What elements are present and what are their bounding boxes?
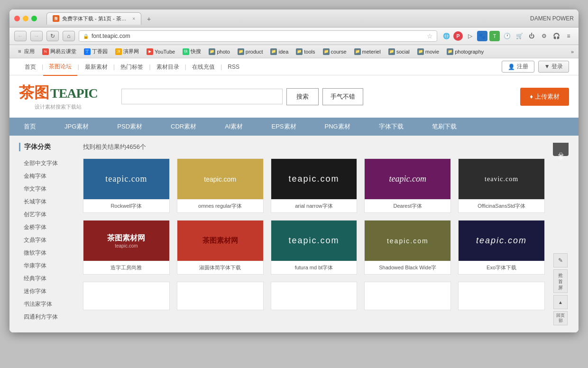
sidebar-item-changcheng[interactable]: 长城字体 xyxy=(19,195,76,208)
font-card-r3-4[interactable] xyxy=(364,282,451,310)
bookmark-movie[interactable]: 📁 movie xyxy=(415,47,441,56)
sidebar-item-huakang[interactable]: 华康字体 xyxy=(19,259,76,272)
font-card-rockwell[interactable]: teapic.com Rockwell字体 xyxy=(83,158,170,213)
nav-catalog[interactable]: 素材目录 xyxy=(151,58,185,75)
bookmark-product[interactable]: 📁 product xyxy=(236,47,265,56)
edit-tool-button[interactable]: ✎ xyxy=(553,253,568,267)
sidebar-item-jinqiao[interactable]: 金桥字体 xyxy=(19,221,76,234)
163-icon: N xyxy=(42,48,49,55)
top-tool-button[interactable]: ▲ xyxy=(553,295,568,309)
power-icon[interactable]: ⏻ xyxy=(526,31,537,41)
bookmark-idea[interactable]: 📁 idea xyxy=(268,47,290,56)
nav-jpg[interactable]: JPG素材 xyxy=(50,118,103,136)
clock-icon[interactable]: 🕐 xyxy=(502,31,512,41)
sidebar-item-jingdian[interactable]: 经典字体 xyxy=(19,272,76,285)
nav-home[interactable]: 首页 xyxy=(19,58,42,75)
font-card-dearest[interactable]: teapic.com Dearest字体 xyxy=(364,158,451,213)
font-card-exo[interactable]: teapic.com Exo字体下载 xyxy=(458,220,545,275)
font-card-zaozi[interactable]: 茶图素材网 teapic.com 造字工房尚雅 xyxy=(83,220,170,275)
globe-icon[interactable]: 🌐 xyxy=(441,31,451,41)
bookmark-photo[interactable]: 📁 photo xyxy=(207,47,232,56)
bookmark-youtube[interactable]: ▶ YouTube xyxy=(145,47,177,56)
tab-close-icon[interactable]: × xyxy=(132,16,135,21)
arrow-icon[interactable]: ▷ xyxy=(465,31,475,41)
logo[interactable]: 茶图 TEAPIC 设计素材搜索下载站 xyxy=(19,83,98,110)
nav-new[interactable]: 最新素材 xyxy=(79,58,113,75)
nav-cdr[interactable]: CDR素材 xyxy=(156,118,211,136)
nav-rss[interactable]: RSS xyxy=(222,58,245,75)
home-button[interactable]: ⌂ xyxy=(63,31,75,41)
font-card-omnes[interactable]: teapic.com omnes regular字体 xyxy=(177,158,264,213)
paw-icon[interactable]: 🐾 xyxy=(477,31,487,41)
sidebar-item-huawen[interactable]: 华文字体 xyxy=(19,183,76,195)
nav-forum[interactable]: 茶图论坛 xyxy=(43,58,77,76)
sidebar-item-shufajia[interactable]: 书法家字体 xyxy=(19,298,76,311)
sidebar-item-weiruan[interactable]: 微软字体 xyxy=(19,247,76,259)
youtube-icon: ▶ xyxy=(147,48,153,55)
bookmark-star-icon[interactable]: ☆ xyxy=(427,32,433,40)
bookmark-meteriel[interactable]: 📁 meteriel xyxy=(352,47,383,56)
bookmark-photography[interactable]: 📁 photography xyxy=(445,47,486,56)
back-button[interactable]: ← xyxy=(14,31,27,41)
menu-icon[interactable]: ≡ xyxy=(563,31,574,41)
login-button[interactable]: ▼ 登录 xyxy=(538,61,569,73)
sidebar-item-all[interactable]: 全部中文字体 xyxy=(19,157,76,170)
nav-index[interactable]: 首页 xyxy=(9,118,50,136)
feedback-tool-button[interactable]: 抢首屏 xyxy=(553,269,568,293)
nav-recharge[interactable]: 在线充值 xyxy=(186,58,220,75)
nav-ai[interactable]: AI素材 xyxy=(211,118,257,136)
nav-psd[interactable]: PSD素材 xyxy=(103,118,156,136)
bookmark-social[interactable]: 📁 social xyxy=(386,47,412,56)
shield-icon[interactable]: T xyxy=(489,31,500,41)
font-card-r3-1[interactable] xyxy=(83,282,170,310)
minimize-button[interactable] xyxy=(23,16,28,21)
lucky-button[interactable]: 手气不错 xyxy=(322,88,363,105)
font-card-arial-narrow[interactable]: teapic.com arial narrow字体 xyxy=(271,158,358,213)
sidebar-item-jinmei[interactable]: 金梅字体 xyxy=(19,170,76,183)
forward-button[interactable]: → xyxy=(30,31,43,41)
maximize-button[interactable] xyxy=(31,16,37,21)
bookmark-course[interactable]: 📁 course xyxy=(321,47,349,56)
sidebar-item-sitong[interactable]: 四通利方字体 xyxy=(19,311,76,323)
sidebar-item-wending[interactable]: 文鼎字体 xyxy=(19,234,76,247)
font-card-r3-2[interactable] xyxy=(177,282,264,310)
bookmark-ding[interactable]: 丁 丁香园 xyxy=(82,47,110,56)
font-card-shadowed[interactable]: teapic.com Shadowed Black Wide字 xyxy=(364,220,451,275)
font-card-futura[interactable]: teapic.com futura md bt字体 xyxy=(271,220,358,275)
search-button[interactable]: 搜索 xyxy=(286,88,319,105)
share-tab[interactable]: 分享 xyxy=(553,143,569,156)
active-tab[interactable]: 茶 免费字体下载 - 第1页 - 茶图... × xyxy=(46,12,141,25)
pinterest-icon[interactable]: P xyxy=(453,31,463,41)
new-tab-button[interactable]: + xyxy=(144,13,154,25)
font-card-r3-5[interactable] xyxy=(458,282,545,310)
bookmark-kuai[interactable]: 快 快搜 xyxy=(181,47,203,56)
search-input[interactable] xyxy=(121,89,283,104)
nav-hot[interactable]: 热门标签 xyxy=(115,58,149,75)
gear-icon[interactable]: ⚙ xyxy=(539,31,549,41)
bookmark-yan[interactable]: 演 演界网 xyxy=(113,47,141,56)
bookmark-tools[interactable]: 📁 tools xyxy=(294,47,317,56)
bookmark-label: photo xyxy=(217,49,230,55)
font-card-shuyuan[interactable]: 茶图素材网 淑圆体简字体下载 xyxy=(177,220,264,275)
close-button[interactable] xyxy=(14,16,20,21)
font-card-officina[interactable]: teavic.com OfficinaSansStd字体 xyxy=(458,158,545,213)
headphone-icon[interactable]: 🎧 xyxy=(551,31,561,41)
bookmark-label: course xyxy=(331,49,347,55)
shop-icon[interactable]: 🛒 xyxy=(514,31,524,41)
bookmark-apps[interactable]: ⊞ 应用 xyxy=(14,47,37,56)
sidebar-item-chuangyi[interactable]: 创艺字体 xyxy=(19,208,76,221)
more-bookmarks-button[interactable]: » xyxy=(571,49,574,55)
nav-eps[interactable]: EPS素材 xyxy=(257,118,311,136)
address-bar[interactable]: 🔒 font.teapic.com ☆ xyxy=(79,30,437,42)
refresh-button[interactable]: ↻ xyxy=(46,31,59,41)
register-button[interactable]: 👤 注册 xyxy=(502,61,534,73)
nav-png[interactable]: PNG素材 xyxy=(311,118,365,136)
font-card-r3-3[interactable] xyxy=(271,282,358,310)
home-tool-button[interactable]: 回页部 xyxy=(553,311,568,325)
font-name-shuyuan: 淑圆体简字体下载 xyxy=(177,261,263,274)
nav-brush[interactable]: 笔刷下载 xyxy=(418,118,471,136)
sidebar-item-mini[interactable]: 迷你字体 xyxy=(19,285,76,298)
bookmark-163[interactable]: N 网易云课堂 xyxy=(40,47,78,56)
upload-button[interactable]: ♦ 上传素材 xyxy=(520,88,569,106)
nav-font[interactable]: 字体下载 xyxy=(365,118,418,136)
